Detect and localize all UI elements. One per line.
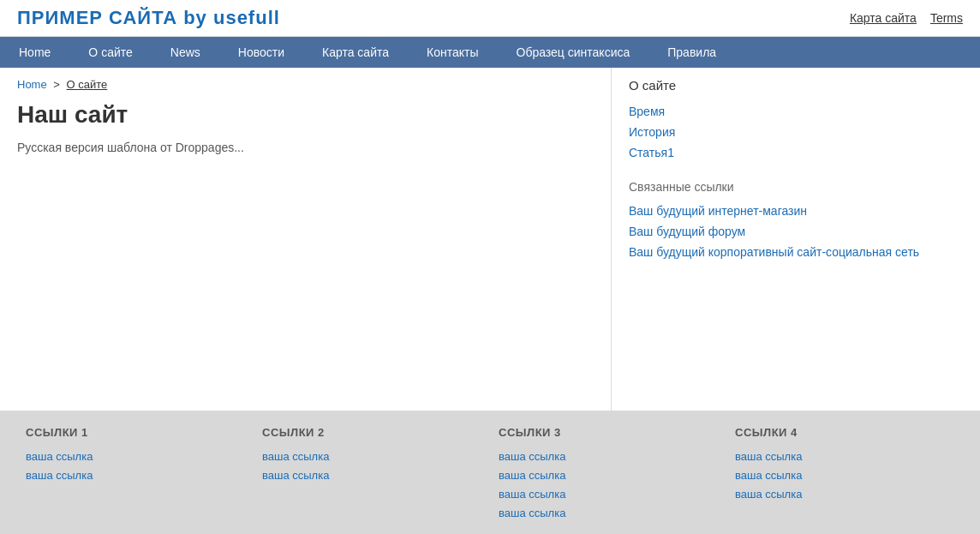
footer-col-2: Ссылки 2 ваша ссылка ваша ссылка [254,426,490,525]
nav-rules[interactable]: Правила [648,37,735,68]
list-item: ваша ссылка [499,468,718,482]
footer-link[interactable]: ваша ссылка [26,469,93,482]
sidebar-related-link-2[interactable]: Ваш будущий форум [629,225,745,238]
sidebar-nav-item-2: История [629,125,963,139]
page-description: Русская версия шаблона от Droppages... [17,141,594,154]
sidebar-related-link-1[interactable]: Ваш будущий интернет-магазин [629,204,807,218]
nav-about[interactable]: О сайте [69,37,151,68]
main-wrapper: Home > О сайте Наш сайт Русская версия ш… [0,68,980,411]
footer-col-4: Ссылки 4 ваша ссылка ваша ссылка ваша сс… [726,426,963,525]
page-heading: Наш сайт [17,101,594,129]
footer-link[interactable]: ваша ссылка [26,450,93,463]
list-item: ваша ссылка [26,468,245,482]
footer-col-1-links: ваша ссылка ваша ссылка [26,449,245,482]
footer-link[interactable]: ваша ссылка [735,450,802,463]
site-title: ПРИМЕР САЙТА by usefull [17,7,280,29]
breadcrumb: Home > О сайте [17,78,594,91]
footer-link[interactable]: ваша ссылка [499,507,565,519]
sidebar: О сайте Время История Статья1 Связанные … [612,68,980,411]
sidebar-nav-link-3[interactable]: Статья1 [629,146,674,159]
terms-link[interactable]: Terms [930,11,963,25]
breadcrumb-separator: > [53,78,60,91]
header-links: Карта сайта Terms [850,11,963,25]
sidebar-nav-link-1[interactable]: Время [629,105,665,118]
footer-col-2-links: ваша ссылка ваша ссылка [262,449,481,482]
footer-columns: Ссылки 1 ваша ссылка ваша ссылка Ссылки … [17,426,963,525]
footer-col-3: Ссылки 3 ваша ссылка ваша ссылка ваша сс… [490,426,726,525]
nav-news[interactable]: News [152,37,219,68]
list-item: ваша ссылка [499,449,718,463]
footer: Ссылки 1 ваша ссылка ваша ссылка Ссылки … [0,411,980,534]
sidebar-related-title: Связанные ссылки [629,180,963,194]
footer-link[interactable]: ваша ссылка [735,469,802,482]
sidebar-related-item-3: Ваш будущий корпоративный сайт-социальна… [629,245,963,259]
footer-link[interactable]: ваша ссылка [499,488,565,501]
header: ПРИМЕР САЙТА by usefull Карта сайта Term… [0,0,980,37]
sidebar-nav-item-3: Статья1 [629,146,963,159]
list-item: ваша ссылка [26,449,245,463]
sidebar-section-title: О сайте [629,78,963,93]
sidebar-related-item-1: Ваш будущий интернет-магазин [629,204,963,218]
footer-link[interactable]: ваша ссылка [499,450,565,463]
footer-link[interactable]: ваша ссылка [735,488,802,501]
main-nav: Home О сайте News Новости Карта сайта Ко… [0,37,980,68]
footer-col-3-links: ваша ссылка ваша ссылка ваша ссылка ваша… [499,449,718,519]
list-item: ваша ссылка [735,468,954,482]
list-item: ваша ссылка [262,449,481,463]
list-item: ваша ссылка [499,506,718,519]
sitemap-link[interactable]: Карта сайта [850,11,917,25]
footer-link[interactable]: ваша ссылка [262,450,329,463]
sidebar-related-link-3[interactable]: Ваш будущий корпоративный сайт-социальна… [629,245,919,259]
nav-sitemap[interactable]: Карта сайта [303,37,408,68]
list-item: ваша ссылка [262,468,481,482]
nav-contacts[interactable]: Контакты [408,37,497,68]
footer-col-1: Ссылки 1 ваша ссылка ваша ссылка [17,426,254,525]
footer-col-3-title: Ссылки 3 [499,426,718,439]
sidebar-nav-link-2[interactable]: История [629,125,675,139]
sidebar-nav-links: Время История Статья1 [629,105,963,159]
content-area: Home > О сайте Наш сайт Русская версия ш… [0,68,612,411]
sidebar-related-links: Ваш будущий интернет-магазин Ваш будущий… [629,204,963,259]
list-item: ваша ссылка [735,487,954,501]
sidebar-related-item-2: Ваш будущий форум [629,225,963,238]
breadcrumb-current: О сайте [67,78,108,91]
nav-home[interactable]: Home [0,37,69,68]
footer-link[interactable]: ваша ссылка [262,469,329,482]
footer-col-1-title: Ссылки 1 [26,426,245,439]
footer-col-2-title: Ссылки 2 [262,426,481,439]
list-item: ваша ссылка [499,487,718,501]
footer-link[interactable]: ваша ссылка [499,469,565,482]
nav-novosti[interactable]: Новости [219,37,303,68]
sidebar-nav-item-1: Время [629,105,963,118]
footer-col-4-title: Ссылки 4 [735,426,954,439]
breadcrumb-home[interactable]: Home [17,78,47,91]
footer-col-4-links: ваша ссылка ваша ссылка ваша ссылка [735,449,954,501]
list-item: ваша ссылка [735,449,954,463]
nav-syntax[interactable]: Образец синтаксиса [498,37,649,68]
